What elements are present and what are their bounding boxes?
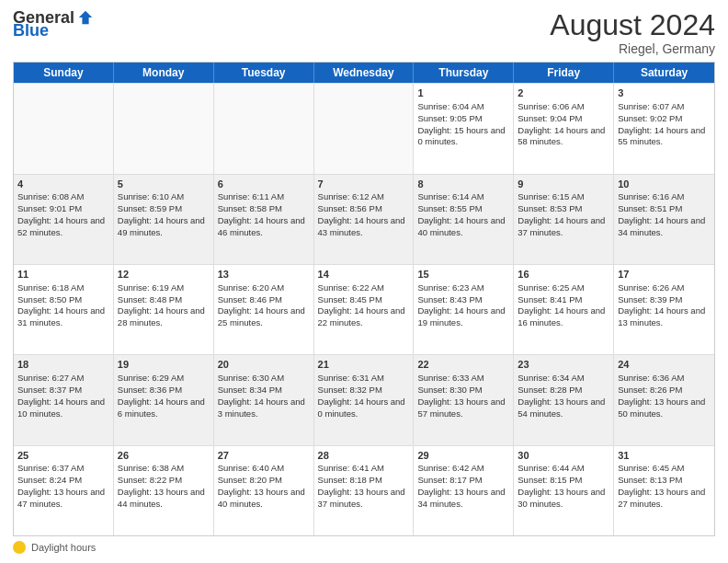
cal-cell: 6Sunrise: 6:11 AMSunset: 8:58 PMDaylight… xyxy=(214,175,314,264)
day-number: 12 xyxy=(118,268,210,282)
sunset-text: Sunset: 8:36 PM xyxy=(118,385,182,395)
daylight-text: Daylight: 14 hours and 0 minutes. xyxy=(318,396,405,419)
cal-cell xyxy=(314,84,415,173)
cal-row-4: 25Sunrise: 6:37 AMSunset: 8:24 PMDayligh… xyxy=(14,445,714,535)
cal-cell: 5Sunrise: 6:10 AMSunset: 8:59 PMDaylight… xyxy=(114,175,214,264)
sunrise-text: Sunrise: 6:12 AM xyxy=(318,191,384,201)
header: General Blue August 2024 Riegel, Germany xyxy=(13,9,715,56)
sunset-text: Sunset: 8:59 PM xyxy=(118,203,182,213)
logo-icon xyxy=(77,9,94,26)
logo: General Blue xyxy=(13,9,94,39)
day-number: 17 xyxy=(618,268,711,282)
daylight-text: Daylight: 13 hours and 40 minutes. xyxy=(218,487,305,509)
sunrise-text: Sunrise: 6:41 AM xyxy=(318,463,384,473)
sunrise-text: Sunrise: 6:27 AM xyxy=(17,373,84,383)
sunset-text: Sunset: 8:53 PM xyxy=(518,203,582,213)
sunset-text: Sunset: 9:04 PM xyxy=(518,113,582,123)
cal-cell: 7Sunrise: 6:12 AMSunset: 8:56 PMDaylight… xyxy=(314,175,415,264)
daylight-text: Daylight: 14 hours and 3 minutes. xyxy=(218,396,305,419)
sunrise-text: Sunrise: 6:45 AM xyxy=(618,463,684,473)
daylight-text: Daylight: 14 hours and 13 minutes. xyxy=(618,305,705,327)
sunset-text: Sunset: 8:55 PM xyxy=(417,203,482,213)
cal-cell: 18Sunrise: 6:27 AMSunset: 8:37 PMDayligh… xyxy=(14,355,114,444)
daylight-text: Daylight: 14 hours and 43 minutes. xyxy=(318,215,405,237)
cal-cell xyxy=(114,84,214,173)
daylight-text: Daylight: 14 hours and 22 minutes. xyxy=(318,305,405,327)
sunset-text: Sunset: 8:45 PM xyxy=(318,294,382,304)
day-number: 30 xyxy=(518,449,609,463)
day-number: 28 xyxy=(318,449,410,463)
sunset-text: Sunset: 8:50 PM xyxy=(17,294,82,304)
daylight-text: Daylight: 15 hours and 0 minutes. xyxy=(417,125,505,147)
cal-cell: 9Sunrise: 6:15 AMSunset: 8:53 PMDaylight… xyxy=(514,175,614,264)
cal-row-0: 1Sunrise: 6:04 AMSunset: 9:05 PMDaylight… xyxy=(14,83,714,173)
day-number: 14 xyxy=(318,268,410,282)
sunrise-text: Sunrise: 6:31 AM xyxy=(318,373,384,383)
sunrise-text: Sunrise: 6:10 AM xyxy=(118,191,184,201)
day-number: 23 xyxy=(518,358,609,372)
cal-cell: 21Sunrise: 6:31 AMSunset: 8:32 PMDayligh… xyxy=(314,355,415,444)
cal-cell: 22Sunrise: 6:33 AMSunset: 8:30 PMDayligh… xyxy=(414,355,514,444)
month-year: August 2024 xyxy=(550,9,715,41)
day-number: 4 xyxy=(17,178,109,191)
footer-legend: Daylight hours xyxy=(13,541,715,554)
daylight-text: Daylight: 14 hours and 49 minutes. xyxy=(118,215,205,237)
sunrise-text: Sunrise: 6:42 AM xyxy=(417,463,483,473)
cal-header-cell-monday: Monday xyxy=(114,63,214,83)
cal-header-cell-wednesday: Wednesday xyxy=(314,63,415,83)
sunrise-text: Sunrise: 6:29 AM xyxy=(118,373,184,383)
day-number: 2 xyxy=(518,86,609,100)
sunset-text: Sunset: 9:05 PM xyxy=(417,113,482,123)
day-number: 29 xyxy=(417,449,509,463)
page: General Blue August 2024 Riegel, Germany… xyxy=(0,0,728,563)
sunset-text: Sunset: 8:32 PM xyxy=(318,385,382,395)
daylight-text: Daylight: 13 hours and 50 minutes. xyxy=(618,396,705,419)
svg-marker-0 xyxy=(79,11,92,24)
cal-cell: 23Sunrise: 6:34 AMSunset: 8:28 PMDayligh… xyxy=(514,355,614,444)
cal-header-cell-saturday: Saturday xyxy=(614,63,714,83)
logo-blue-text: Blue xyxy=(13,22,49,39)
daylight-text: Daylight: 14 hours and 46 minutes. xyxy=(218,215,305,237)
location: Riegel, Germany xyxy=(550,41,715,56)
day-number: 26 xyxy=(118,449,210,463)
sunrise-text: Sunrise: 6:06 AM xyxy=(518,101,584,111)
day-number: 7 xyxy=(318,178,410,191)
daylight-text: Daylight: 14 hours and 6 minutes. xyxy=(118,396,205,419)
sunrise-text: Sunrise: 6:33 AM xyxy=(417,373,483,383)
sunset-text: Sunset: 8:48 PM xyxy=(118,294,182,304)
daylight-text: Daylight: 13 hours and 54 minutes. xyxy=(518,396,605,419)
cal-cell: 24Sunrise: 6:36 AMSunset: 8:26 PMDayligh… xyxy=(614,355,714,444)
day-number: 13 xyxy=(218,268,310,282)
day-number: 11 xyxy=(17,268,109,282)
cal-cell: 13Sunrise: 6:20 AMSunset: 8:46 PMDayligh… xyxy=(214,265,314,354)
sunset-text: Sunset: 8:26 PM xyxy=(618,385,682,395)
sunset-text: Sunset: 8:18 PM xyxy=(318,475,382,485)
sunset-text: Sunset: 8:37 PM xyxy=(17,385,82,395)
sunset-text: Sunset: 9:01 PM xyxy=(17,203,82,213)
cal-cell: 27Sunrise: 6:40 AMSunset: 8:20 PMDayligh… xyxy=(214,446,314,535)
sunset-text: Sunset: 8:58 PM xyxy=(218,203,282,213)
cal-header-cell-friday: Friday xyxy=(514,63,614,83)
sunrise-text: Sunrise: 6:26 AM xyxy=(618,282,684,293)
sunset-text: Sunset: 9:02 PM xyxy=(618,113,682,123)
sunset-text: Sunset: 8:56 PM xyxy=(318,203,382,213)
cal-cell: 8Sunrise: 6:14 AMSunset: 8:55 PMDaylight… xyxy=(414,175,514,264)
sunrise-text: Sunrise: 6:16 AM xyxy=(618,191,684,201)
cal-row-2: 11Sunrise: 6:18 AMSunset: 8:50 PMDayligh… xyxy=(14,264,714,354)
cal-row-1: 4Sunrise: 6:08 AMSunset: 9:01 PMDaylight… xyxy=(14,174,714,264)
daylight-text: Daylight: 14 hours and 19 minutes. xyxy=(417,305,505,327)
sunrise-text: Sunrise: 6:36 AM xyxy=(618,373,684,383)
sunrise-text: Sunrise: 6:20 AM xyxy=(218,282,284,293)
cal-cell: 1Sunrise: 6:04 AMSunset: 9:05 PMDaylight… xyxy=(414,84,514,173)
sunset-text: Sunset: 8:46 PM xyxy=(218,294,282,304)
cal-cell: 10Sunrise: 6:16 AMSunset: 8:51 PMDayligh… xyxy=(614,175,714,264)
sunrise-text: Sunrise: 6:23 AM xyxy=(417,282,483,293)
cal-cell: 17Sunrise: 6:26 AMSunset: 8:39 PMDayligh… xyxy=(614,265,714,354)
sunset-text: Sunset: 8:43 PM xyxy=(417,294,482,304)
day-number: 22 xyxy=(417,358,509,372)
calendar-header-row: SundayMondayTuesdayWednesdayThursdayFrid… xyxy=(14,63,714,83)
sunrise-text: Sunrise: 6:44 AM xyxy=(518,463,584,473)
cal-cell: 3Sunrise: 6:07 AMSunset: 9:02 PMDaylight… xyxy=(614,84,714,173)
cal-cell: 19Sunrise: 6:29 AMSunset: 8:36 PMDayligh… xyxy=(114,355,214,444)
sunset-text: Sunset: 8:34 PM xyxy=(218,385,282,395)
